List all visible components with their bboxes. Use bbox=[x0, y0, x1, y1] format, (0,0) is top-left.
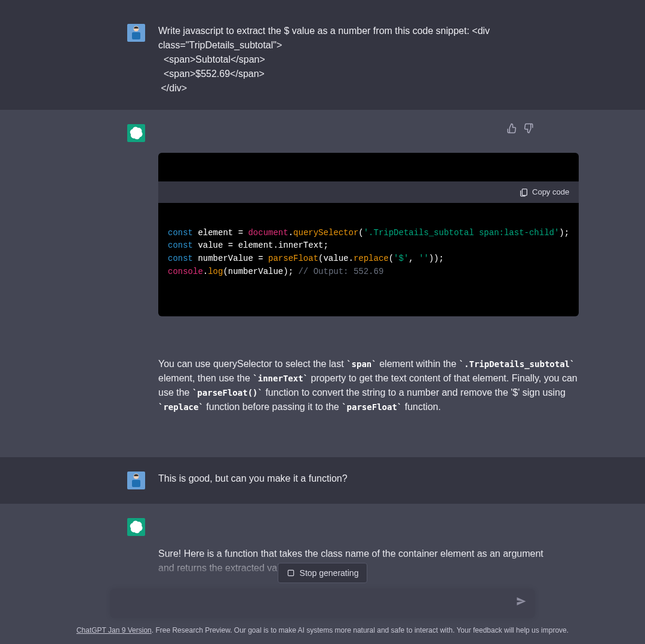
ai-avatar bbox=[127, 518, 145, 536]
user-avatar bbox=[127, 472, 145, 489]
conversation: Write javascript to extract the $ value … bbox=[0, 10, 645, 644]
ai-avatar bbox=[127, 124, 145, 142]
chat-input[interactable] bbox=[120, 598, 506, 609]
stop-generating-label: Stop generating bbox=[300, 568, 359, 578]
message-assistant-1: Copy code const element = document.query… bbox=[0, 110, 645, 457]
copy-code-label: Copy code bbox=[532, 186, 569, 198]
svg-rect-6 bbox=[288, 570, 293, 575]
code-block-1: Copy code const element = document.query… bbox=[158, 153, 579, 316]
stop-generating-button[interactable]: Stop generating bbox=[278, 563, 368, 583]
top-toolbar bbox=[0, 0, 645, 10]
user-msg-2-text: This is good, but can you make it a func… bbox=[158, 472, 518, 486]
assistant-1-explanation: You can use querySelector to select the … bbox=[158, 357, 579, 414]
bottom-panel: Stop generating ChatGPT Jan 9 Version. F… bbox=[0, 553, 645, 644]
svg-rect-1 bbox=[132, 32, 140, 39]
input-bar[interactable] bbox=[110, 589, 535, 618]
thumbs-down-icon[interactable] bbox=[523, 123, 534, 138]
version-link[interactable]: ChatGPT Jan 9 Version bbox=[76, 626, 152, 634]
thumbs-up-icon[interactable] bbox=[506, 123, 517, 138]
code-1-content: const element = document.querySelector('… bbox=[158, 217, 579, 288]
send-icon[interactable] bbox=[515, 596, 527, 612]
message-user-2: This is good, but can you make it a func… bbox=[0, 457, 645, 504]
svg-rect-2 bbox=[522, 189, 527, 195]
copy-code-button[interactable]: Copy code bbox=[519, 186, 569, 198]
stop-icon bbox=[287, 569, 295, 577]
svg-rect-4 bbox=[132, 480, 140, 487]
user-avatar bbox=[127, 24, 145, 42]
footer-text: . Free Research Preview. Our goal is to … bbox=[152, 626, 569, 634]
user-msg-1-text: Write javascript to extract the $ value … bbox=[158, 24, 518, 95]
feedback-controls bbox=[506, 123, 534, 138]
footer-note: ChatGPT Jan 9 Version. Free Research Pre… bbox=[76, 618, 569, 644]
message-user-1: Write javascript to extract the $ value … bbox=[0, 10, 645, 110]
clipboard-icon bbox=[519, 187, 529, 197]
